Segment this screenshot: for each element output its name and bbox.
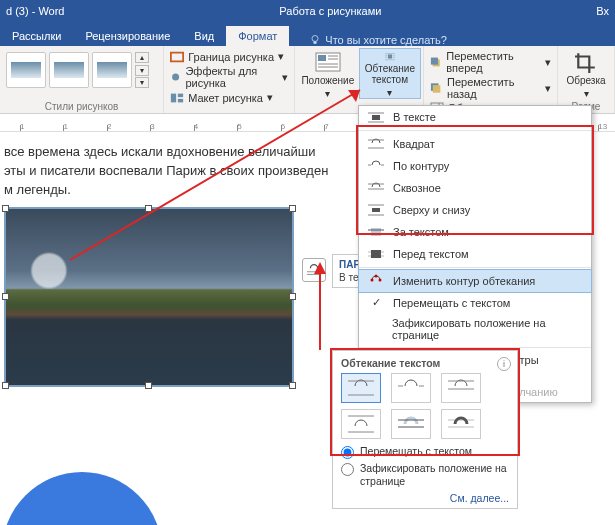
- crop-button[interactable]: Обрезка▾: [560, 48, 612, 99]
- resize-handle[interactable]: [2, 382, 9, 389]
- edit-points-icon: [367, 274, 385, 288]
- svg-point-0: [312, 36, 318, 42]
- radio-fix-on-page[interactable]: Зафиксировать положение на странице: [341, 462, 509, 488]
- picture-effects-button[interactable]: Эффекты для рисунка▾: [170, 65, 288, 89]
- svg-rect-45: [371, 250, 381, 258]
- shape-object[interactable]: [2, 472, 162, 525]
- effects-icon: [170, 71, 181, 83]
- resize-handle[interactable]: [145, 205, 152, 212]
- fix-on-page[interactable]: Зафиксировать положение на странице: [359, 313, 591, 345]
- picture-layout-button[interactable]: Макет рисунка▾: [170, 91, 288, 104]
- ribbon: ▴ ▾ ▾ Стили рисунков Граница рисунка▾ Эф…: [0, 46, 615, 114]
- pane-wrap-topbottom[interactable]: [341, 409, 381, 439]
- wrap-infront[interactable]: Перед текстом: [359, 243, 591, 265]
- layout-options-pane: i Обтекание текстом Перемещать с текстом…: [332, 350, 518, 509]
- wrap-inline-icon: [367, 110, 385, 124]
- group-label-styles: Стили рисунков: [0, 101, 163, 112]
- svg-rect-1: [314, 42, 317, 44]
- bring-forward-button[interactable]: Переместить вперед▾: [430, 50, 551, 74]
- wrap-text-icon: [376, 52, 404, 61]
- check-icon: ✓: [367, 296, 385, 309]
- move-with-text[interactable]: ✓Перемещать с текстом: [359, 292, 591, 313]
- resize-handle[interactable]: [145, 382, 152, 389]
- style-thumb[interactable]: [92, 52, 132, 88]
- resize-handle[interactable]: [289, 293, 296, 300]
- wrap-through[interactable]: Сквозное: [359, 177, 591, 199]
- svg-rect-23: [433, 85, 441, 93]
- pane-wrap-through[interactable]: [441, 373, 481, 403]
- document-title: d (3) - Word: [6, 5, 64, 17]
- lightbulb-icon: [309, 34, 321, 46]
- info-icon[interactable]: i: [497, 357, 511, 371]
- pane-wrap-square[interactable]: [341, 373, 381, 403]
- crop-icon: [572, 51, 600, 73]
- tab-mailings[interactable]: Рассылки: [0, 26, 73, 46]
- context-tab-label: Работа с рисунками: [64, 5, 596, 17]
- resize-handle[interactable]: [2, 293, 9, 300]
- edit-wrap-points[interactable]: Изменить контур обтекания: [358, 269, 592, 293]
- svg-rect-29: [372, 115, 380, 120]
- see-more-link[interactable]: См. далее...: [341, 492, 509, 504]
- svg-rect-40: [371, 228, 381, 236]
- svg-point-47: [375, 275, 378, 278]
- position-icon: [314, 51, 342, 73]
- tab-view[interactable]: Вид: [182, 26, 226, 46]
- gallery-down-icon[interactable]: ▾: [135, 65, 149, 76]
- resize-handle[interactable]: [289, 205, 296, 212]
- wrap-square[interactable]: Квадрат: [359, 133, 591, 155]
- position-button[interactable]: Положение▾: [297, 48, 359, 99]
- bring-forward-icon: [430, 56, 442, 68]
- svg-rect-38: [372, 208, 380, 212]
- svg-rect-2: [171, 52, 183, 61]
- border-icon: [170, 51, 184, 63]
- gallery-more-icon[interactable]: ▾: [135, 77, 149, 88]
- svg-point-48: [379, 279, 382, 282]
- pane-wrap-tight[interactable]: [391, 373, 431, 403]
- wrap-behind-icon: [367, 225, 385, 239]
- svg-rect-21: [431, 58, 438, 65]
- layout-options-button[interactable]: [302, 258, 326, 282]
- wrap-text-button[interactable]: Обтекание текстом▾: [359, 48, 421, 99]
- svg-rect-13: [388, 54, 392, 58]
- picture-styles-gallery[interactable]: ▴ ▾ ▾: [6, 48, 157, 88]
- title-bar: d (3) - Word Работа с рисунками Вх: [0, 0, 615, 22]
- svg-point-3: [172, 73, 179, 80]
- wrap-behind[interactable]: За текстом: [359, 221, 591, 243]
- svg-rect-6: [178, 98, 183, 102]
- wrap-tight[interactable]: По контуру: [359, 155, 591, 177]
- pane-wrap-behind[interactable]: [391, 409, 431, 439]
- account-label[interactable]: Вх: [596, 5, 609, 17]
- layout-icon: [170, 92, 184, 104]
- send-backward-icon: [430, 82, 443, 94]
- style-thumb[interactable]: [49, 52, 89, 88]
- radio-move-with-text[interactable]: Перемещать с текстом: [341, 445, 509, 459]
- wrap-inline[interactable]: В тексте: [359, 106, 591, 128]
- svg-rect-8: [318, 55, 326, 61]
- svg-point-46: [371, 279, 374, 282]
- picture-border-button[interactable]: Граница рисунка▾: [170, 50, 288, 63]
- tab-review[interactable]: Рецензирование: [73, 26, 182, 46]
- resize-handle[interactable]: [289, 382, 296, 389]
- ribbon-tabs: Рассылки Рецензирование Вид Формат Что в…: [0, 22, 615, 46]
- wrap-through-icon: [367, 181, 385, 195]
- tell-me[interactable]: Что вы хотите сделать?: [289, 34, 615, 46]
- svg-rect-4: [171, 93, 176, 102]
- send-backward-button[interactable]: Переместить назад▾: [430, 76, 551, 100]
- svg-rect-5: [178, 93, 183, 97]
- pane-wrap-infront[interactable]: [441, 409, 481, 439]
- wrap-topbottom-icon: [367, 203, 385, 217]
- wrap-square-icon: [367, 137, 385, 151]
- selected-image[interactable]: [4, 207, 294, 387]
- resize-handle[interactable]: [2, 205, 9, 212]
- pane-title: Обтекание текстом: [341, 357, 509, 369]
- style-thumb[interactable]: [6, 52, 46, 88]
- wrap-topbottom[interactable]: Сверху и снизу: [359, 199, 591, 221]
- gallery-up-icon[interactable]: ▴: [135, 52, 149, 63]
- tab-format[interactable]: Формат: [226, 26, 289, 46]
- wrap-square-icon: [306, 263, 322, 277]
- wrap-infront-icon: [367, 247, 385, 261]
- wrap-tight-icon: [367, 159, 385, 173]
